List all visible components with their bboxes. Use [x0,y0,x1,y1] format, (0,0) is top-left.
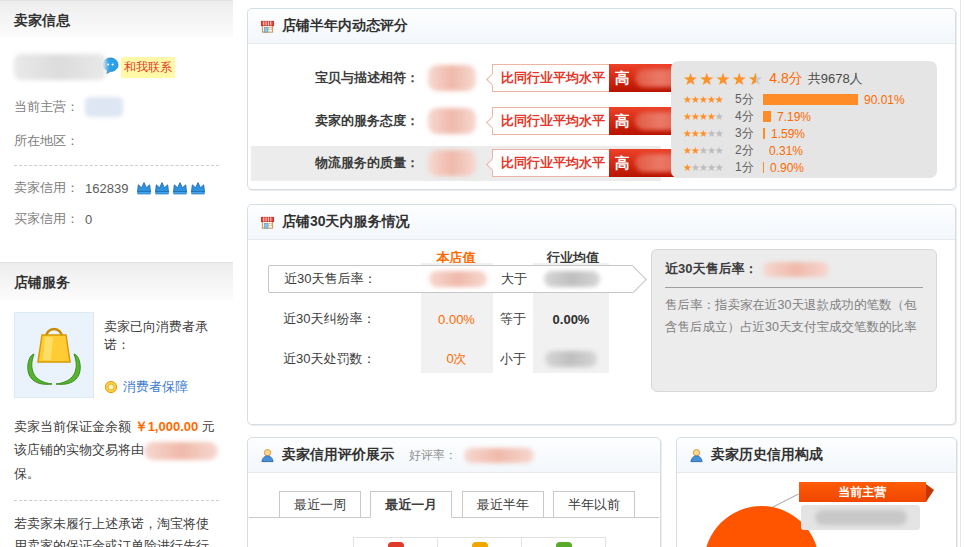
service-row-dispute: 近30天纠纷率： 0.00% 等于 0.00% [268,305,634,333]
dsr-row-label: 物流服务的质量： [251,154,419,172]
stars-icon: ★★★★★ [683,145,735,156]
crown-icon [172,181,188,195]
warning-text: 若卖家未履行上述承诺，淘宝将使用卖家的保证金或订单险进行先行赔付。 了解赔付流程… [14,513,219,547]
main-business-redacted [85,97,123,117]
divider [14,165,219,166]
seller-credit-row: 卖家信用： 162839 [14,179,219,197]
dsr-row-logistics[interactable]: 物流服务的质量： 比同行业平均水平 高 [251,146,698,180]
seller-credit-value: 162839 [85,181,128,196]
shop-value-redacted [429,271,487,287]
crown-rating [136,181,206,195]
crown-icon [190,181,206,195]
region-row: 所在地区： [14,132,219,150]
deposit-redacted [144,442,218,460]
rating-label: 2分 [735,142,763,159]
industry-value-redacted [545,351,597,367]
positive-rate-label: 好评率： [409,447,457,464]
region-label: 所在地区： [14,132,79,150]
tab-before-half-year[interactable]: 半年以前 [553,491,635,518]
history-panel-title: 卖家历史信用构成 [711,446,823,464]
positive-rate-redacted [464,448,534,463]
tab-last-month[interactable]: 最近一月 [370,491,452,518]
seller-credit-label: 卖家信用： [14,179,79,197]
divider [14,500,219,501]
crown-icon [154,181,170,195]
promise-text: 卖家已向消费者承诺： [104,318,219,354]
dsr-row-service[interactable]: 卖家的服务态度： 比同行业平均水平 高 [251,104,698,138]
main-business-label: 当前主营： [14,98,79,116]
deposit-line2: 该店铺的实物交易将由 [14,442,144,457]
aftersale-info-box: 近30天售后率： 售后率：指卖家在近30天退款成功的笔数（包含售后成立）占近30… [651,249,937,392]
dsr-compare-bubble: 比同行业平均水平 高 [492,107,698,135]
higher-word: 高 [609,154,630,173]
warning-body: 若卖家未履行上述承诺，淘宝将使用卖家的保证金或订单险进行先行赔付。 [14,516,209,547]
selected-row-arrow-icon [620,266,647,293]
credit-history-panel: 卖家历史信用构成 当前主营 [676,437,957,547]
divider [665,287,923,288]
guarantee-medal-icon [104,380,118,394]
info-box-description: 售后率：指卖家在近30天退款成功的笔数（包含售后成立）占近30天支付宝成交笔数的… [665,295,923,339]
rating-dist-row: ★★★★★ 4分 7.19% [683,108,927,125]
stars-icon: ★★★★★ [683,162,735,173]
seller-name-redacted [14,54,106,80]
service-panel-title: 店铺30天内服务情况 [282,213,410,231]
industry-value: 0.00% [533,312,609,327]
dsr-compare-bubble: 比同行业平均水平 高 [492,64,698,92]
buyer-credit-row: 买家信用： 0 [14,210,219,228]
shop-value: 0.00% [420,312,493,327]
dsr-score-redacted [428,65,476,91]
rating-dist-row: ★★★★★ 2分 0.31% [683,142,927,159]
deposit-text: 卖家当前保证金余额 ￥1,000.00 元 该店铺的实物交易将由保。 [14,415,219,485]
info-box-title: 近30天售后率： [665,260,757,278]
rating-bar [763,128,765,139]
service-row-penalty: 近30天处罚数： 0次 小于 [268,345,634,373]
consumer-protection-icon [14,312,94,398]
compare-text: 比同行业平均水平 [493,154,609,172]
seller-info-section: 卖家信息 和我联系 当前主营： 所在地区： 卖家信用： 162839 [0,0,233,228]
overall-score: 4.8分 [769,70,802,88]
main-business-row: 当前主营： [14,97,219,117]
shop-service-section: 店铺服务 卖家已向消费者承诺： 消费者保障 [0,262,233,547]
credit-eval-panel: 卖家信用评价展示 好评率： 最近一周 最近一月 最近半年 半年以前 [247,437,661,547]
service-panel-header: 店铺30天内服务情况 [248,205,955,240]
credit-panel-header: 卖家信用评价展示 好评率： [248,438,660,473]
stars-icon: ★★★★★ [683,94,735,105]
storefront-icon [260,215,275,230]
rating-label: 4分 [735,108,763,125]
bad-rating-cell [521,537,606,547]
rating-dist-row: ★★★★★ 5分 90.01% [683,91,927,108]
rating-percent: 1.59% [771,127,805,141]
dsr-panel-header: 店铺半年内动态评分 [248,9,955,44]
service-row-label: 近30天纠纷率： [268,310,420,328]
service-row-aftersale[interactable]: 近30天售后率： 大于 [268,265,634,293]
seller-info-title: 卖家信息 [0,0,233,38]
dsr-score-redacted [428,108,476,134]
buyer-credit-value: 0 [85,212,92,227]
relation-text: 小于 [493,350,533,368]
stars-icon: ★★★★★ [683,111,735,122]
rating-label: 1分 [735,159,763,176]
compare-text: 比同行业平均水平 [493,112,609,130]
dsr-panel: 店铺半年内动态评分 宝贝与描述相符： 比同行业平均水平 高 卖家的服务态度： 比… [247,8,956,190]
rating-count: 共9678人 [808,70,863,88]
rating-bar [763,162,764,173]
tab-half-year[interactable]: 最近半年 [462,491,544,518]
dsr-row-label: 卖家的服务态度： [251,112,419,130]
neutral-rating-cell [437,537,522,547]
rating-bar [763,94,858,105]
service-panel: 店铺30天内服务情况 本店值 行业均值 近30天售后率： 大于 近30天纠纷率：… [247,204,956,425]
buyer-credit-label: 买家信用： [14,210,79,228]
tab-last-week[interactable]: 最近一周 [279,491,361,518]
consumer-guarantee-link[interactable]: 消费者保障 [123,378,188,396]
business-name-redacted [801,505,920,530]
person-icon [689,448,704,463]
service-row-label: 近30天售后率： [269,270,421,288]
dsr-row-description[interactable]: 宝贝与描述相符： 比同行业平均水平 高 [251,61,698,95]
contact-me-button[interactable]: 和我联系 [121,57,175,78]
deposit-prefix: 卖家当前保证金余额 [14,419,131,434]
rating-percent: 90.01% [864,93,905,107]
deposit-amount: ￥1,000.00 [135,419,199,434]
dsr-score-redacted [428,150,476,176]
higher-word: 高 [609,69,630,88]
person-icon [260,448,275,463]
